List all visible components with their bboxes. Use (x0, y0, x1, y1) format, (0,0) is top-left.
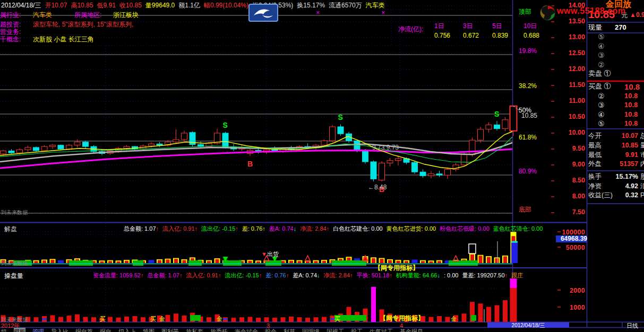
indicator-field: 平换: 501.18↑ (357, 272, 392, 279)
stat-clipped-fragment: 汇 (640, 183, 644, 190)
buy-gold-mark: 买 (100, 316, 106, 322)
price-tick: 9.50 (555, 145, 585, 153)
indicator-field: : 0.00 (444, 272, 459, 278)
topbar-field: 高10.85 (71, 1, 93, 9)
stat-value: 15.17% (600, 173, 638, 181)
topbar-field: 开10.07 (45, 1, 67, 9)
menu-item[interactable]: 放私套 (186, 328, 203, 332)
ask-1-row[interactable]: 卖盘 ① (588, 70, 611, 77)
topbar-field: 流通6570万 (329, 1, 362, 9)
pane-title: 解盘 (4, 226, 17, 233)
bottom-menu-bar[interactable]: 组模板管理导入比报自荐报自切入上频图图利带放私套放委托海合过全投合利莫固明境国视… (1, 328, 644, 332)
buy-gold-mark: 买 (334, 316, 340, 322)
industry-label: 属行业: (0, 12, 21, 19)
sell-signal-mark: S (338, 113, 343, 121)
menu-item[interactable]: 海合过全 (235, 328, 258, 332)
indicator-field: 总金额: 1.07↑ (124, 225, 159, 233)
price-tick: 10.00 (555, 129, 585, 137)
topbar-field: 额1.1亿 (178, 1, 200, 9)
topbar-field: 幅0.99(10.04%) (204, 1, 248, 9)
menu-item[interactable]: 投合 (265, 328, 277, 332)
netflow-col-value: 0.672 (463, 32, 479, 39)
fib-label: 顶部 (519, 8, 531, 15)
fib-label: 19.8% (519, 48, 537, 55)
up-arrow-icon: ↑ (505, 272, 508, 278)
ask-level-row[interactable]: ④ (598, 42, 605, 50)
chart-annotation: ←8.48 (368, 184, 387, 191)
price-tick: 8.50 (555, 177, 585, 185)
topbar-field: 2012/04/18/三 (1, 1, 41, 9)
price-tick: 11.50 (555, 82, 585, 89)
up-arrow-icon: ↑ (350, 272, 353, 278)
menu-item[interactable]: 投工 (351, 328, 363, 332)
bid-level-row[interactable]: ⑤ (598, 120, 605, 128)
menu-item[interactable]: 国视工 (327, 328, 344, 332)
indicator-field: 流入亿: 0.91↑ (162, 225, 198, 233)
menu-item[interactable]: 基金报息 (400, 328, 423, 332)
stat-value: 10.07 (600, 133, 638, 140)
price-change: ▲0.99 (630, 12, 644, 19)
indicator-field: 净流: 2.84↑ (324, 272, 353, 279)
fib-label: 底部 (519, 206, 531, 213)
region-label: 所属地区: (74, 12, 101, 19)
price-tick: 12.50 (555, 50, 585, 57)
indicator-field: 净流: 2.84↑ (300, 225, 329, 233)
indicator-field: 差A: 0.74↓ (293, 272, 320, 279)
xianliang-label: 现量 (588, 24, 602, 31)
menu-item[interactable]: 利莫 (284, 328, 295, 332)
stat-value: 0.32 (600, 192, 638, 199)
buy-gold-mark: 金 (451, 316, 457, 322)
stat-clipped-fragment: 股 (640, 173, 644, 181)
ask-level-row[interactable]: ⑤ (598, 33, 605, 41)
theme-value: 滚型车轮, 5"滚型系列, 15"滚型系列, (33, 21, 133, 28)
ask-level-row[interactable]: ③ (598, 51, 605, 59)
netflow-col-header: 5日 (492, 23, 502, 30)
future-data-label: 到未来数据 (1, 260, 28, 266)
indicator-field: 总金额: 1.07↑ (147, 272, 182, 279)
menu-item[interactable]: 频图 (143, 328, 154, 332)
topbar-field: 汽车类 (366, 1, 385, 9)
menu-item[interactable]: 报自 (100, 328, 111, 332)
menu-item[interactable]: 固明境 (302, 328, 320, 332)
menu-item[interactable]: 组 (1, 328, 7, 332)
chuhuo-label: ▼出货 (261, 251, 279, 257)
up-arrow-icon: ↑ (259, 272, 262, 278)
down-arrow-icon: ↓ (294, 225, 297, 232)
price-tick: 7.50 (555, 209, 585, 216)
menu-item[interactable]: 图利带 (161, 328, 179, 332)
tdx-swallow-logo-icon (248, 4, 278, 23)
up-arrow-icon: ↑ (286, 272, 289, 278)
menu-item[interactable]: 报自荐 (75, 328, 93, 332)
stat-clipped-fragment: 总 (640, 133, 644, 140)
menu-item[interactable]: 导入比 (51, 328, 68, 332)
theme-label: 题投资: (0, 21, 21, 28)
menu-item[interactable]: 切入上 (118, 328, 136, 332)
price-tick: 12.00 (555, 66, 585, 73)
bid-level-row[interactable]: 买盘 ① (588, 83, 611, 90)
bid-level-row[interactable]: ② (598, 92, 605, 100)
sell-signal-mark: S (494, 110, 499, 118)
bot-axis-1: 2000 (555, 287, 585, 294)
ask-level-row[interactable]: ② (598, 61, 605, 69)
price-tick: 8.00 (555, 193, 585, 200)
indicator-field: 差: 0.76↑ (242, 225, 265, 233)
price-tick: 10.50 (555, 113, 585, 121)
netflow-col-header: 3日 (463, 23, 473, 30)
menu-item[interactable]: 放委托 (210, 328, 228, 332)
bid-level-row[interactable]: ③ (598, 101, 605, 109)
menu-item[interactable]: 管理 (32, 328, 44, 332)
chart-canvas[interactable]: SSSBB10.85←8.489.73 9.73✕✕ (0, 0, 644, 332)
price-tick: 13.50 (555, 18, 585, 25)
indicator-field: 流出亿: -0.15↑ (225, 272, 262, 279)
bid-level-row[interactable]: ④ (598, 111, 605, 119)
indicator-tag: 【网专用指标】 (380, 315, 424, 322)
price-tick: 13.00 (555, 34, 585, 41)
indicator-field: 蓝色红芯清仓: 0.00 (493, 225, 543, 233)
bid-price: 10.8 (624, 92, 644, 100)
menu-item[interactable]: 模板 (14, 328, 25, 332)
menu-item[interactable]: 生气过工 (370, 328, 393, 332)
stat-value: 51357 (600, 161, 638, 168)
price-tick: 11.00 (555, 98, 585, 105)
up-arrow-icon: ↑ (218, 272, 221, 278)
netflow-col-value: 0.756 (434, 32, 450, 39)
